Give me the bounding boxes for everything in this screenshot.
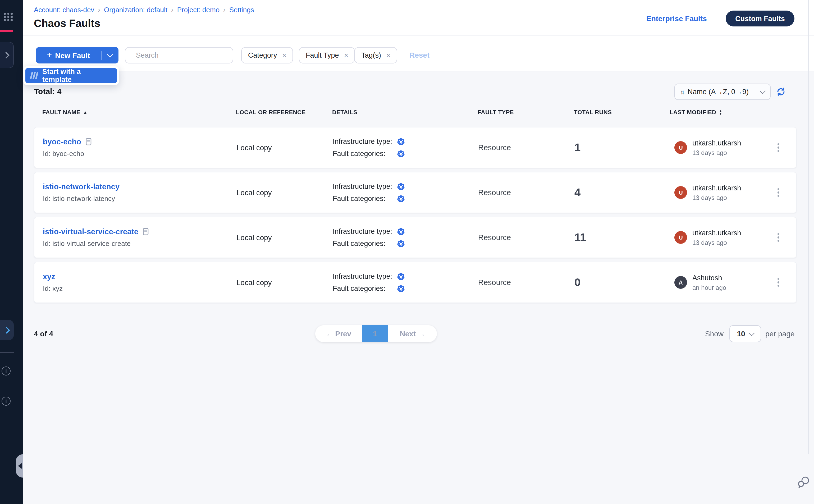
column-last-modified[interactable]: LAST MODIFIED ▲▼ [670, 109, 797, 115]
kubernetes-icon [397, 150, 405, 157]
kubernetes-icon [397, 138, 405, 145]
infrastructure-type-label: Infrastructure type: [333, 272, 397, 280]
infrastructure-type-label: Infrastructure type: [333, 138, 397, 145]
fault-name-link[interactable]: xyz [43, 272, 55, 281]
app-grid-icon[interactable] [4, 13, 13, 21]
custom-faults-button[interactable]: Custom Faults [726, 11, 794, 26]
sort-asc-icon: ▲ [83, 110, 87, 114]
info-icon[interactable]: i [2, 397, 11, 406]
column-details: DETAILS [332, 109, 478, 115]
menu-item-label: Start with a template [42, 68, 112, 84]
total-count: Total: 4 [34, 87, 61, 96]
row-menu-button[interactable] [775, 276, 781, 289]
modified-time: an hour ago [692, 284, 726, 291]
avatar: U [674, 231, 687, 244]
column-fault-type: FAULT TYPE [478, 109, 574, 115]
breadcrumb-project[interactable]: Project: demo [177, 6, 219, 14]
chip-label: Fault Type [306, 51, 339, 59]
chaos-faults-page: i i Account: chaos-dev › Organization: d… [0, 0, 814, 504]
reset-filters-link[interactable]: Reset [409, 51, 429, 59]
filter-chip-tags[interactable]: Tag(s) × [354, 47, 397, 63]
close-icon[interactable]: × [344, 51, 348, 59]
breadcrumb-account[interactable]: Account: chaos-dev [34, 6, 94, 14]
chevron-right-icon [3, 52, 9, 58]
new-fault-dropdown-toggle[interactable] [102, 54, 118, 57]
fault-name-link[interactable]: istio-virtual-service-create [43, 227, 138, 236]
nav-expand-button-bottom[interactable] [0, 320, 14, 340]
modified-time: 13 days ago [692, 194, 741, 201]
page-size-select[interactable]: 10 [729, 325, 761, 342]
avatar: U [674, 141, 687, 154]
fault-type: Resource [478, 188, 574, 197]
infrastructure-type-label: Infrastructure type: [333, 227, 397, 235]
refresh-button[interactable] [776, 87, 785, 96]
kubernetes-icon [397, 240, 405, 247]
prev-page-button[interactable]: ← Prev [315, 325, 362, 342]
fault-name-link[interactable]: byoc-echo [43, 138, 81, 146]
kubernetes-icon [397, 273, 405, 280]
row-menu-button[interactable] [775, 231, 781, 244]
local-or-reference: Local copy [236, 278, 333, 287]
column-label: LAST MODIFIED [670, 109, 716, 115]
avatar: A [674, 276, 687, 289]
info-icon[interactable]: i [2, 366, 11, 375]
menu-item-start-with-template[interactable]: Start with a template [25, 68, 117, 83]
fault-categories-label: Fault categories: [333, 285, 397, 292]
table-row[interactable]: istio-network-latency Id: istio-network-… [34, 172, 797, 213]
modified-by-user: utkarsh.utkarsh [692, 139, 741, 147]
sort-arrows-icon: ↑↓ [680, 88, 683, 95]
fault-id: Id: byoc-echo [43, 150, 236, 158]
close-icon[interactable]: × [282, 51, 286, 59]
breadcrumb-settings[interactable]: Settings [229, 6, 254, 14]
column-label: DETAILS [332, 109, 357, 115]
chat-support-icon[interactable] [797, 475, 811, 490]
search-input[interactable] [135, 51, 231, 60]
kubernetes-icon [397, 285, 405, 292]
fault-id: Id: xyz [43, 285, 236, 292]
page-number-active[interactable]: 1 [362, 325, 388, 342]
chevron-down-icon [748, 330, 754, 336]
copy-icon[interactable] [85, 138, 91, 145]
total-runs: 4 [574, 186, 670, 199]
new-fault-button[interactable]: + New Fault [36, 47, 118, 63]
chip-label: Category [248, 51, 277, 59]
sort-select[interactable]: ↑↓ Name (A→Z, 0→9) [674, 84, 771, 100]
close-icon[interactable]: × [386, 51, 390, 59]
next-page-button[interactable]: Next → [388, 325, 437, 342]
result-count: 4 of 4 [34, 329, 53, 338]
row-menu-button[interactable] [775, 141, 781, 154]
total-runs: 11 [574, 231, 670, 244]
chevron-down-icon [760, 88, 766, 94]
fault-categories-label: Fault categories: [333, 150, 397, 158]
fault-type: Resource [478, 278, 574, 287]
sort-select-value: Name (A→Z, 0→9) [688, 88, 749, 96]
page-title: Chaos Faults [34, 17, 100, 30]
column-fault-name[interactable]: FAULT NAME ▲ [42, 109, 236, 115]
column-total-runs: TOTAL RUNS [574, 109, 670, 115]
table-row[interactable]: xyz Id: xyz Local copy Infrastructure ty… [34, 262, 797, 303]
local-or-reference: Local copy [236, 233, 333, 242]
enterprise-faults-link[interactable]: Enterprise Faults [646, 14, 707, 23]
breadcrumb-organization[interactable]: Organization: default [104, 6, 167, 14]
widget-edge-divider [793, 454, 793, 504]
modified-by-user: utkarsh.utkarsh [692, 229, 741, 237]
fault-categories-label: Fault categories: [333, 240, 397, 248]
fault-name-link[interactable]: istio-network-latency [43, 182, 120, 191]
copy-icon[interactable] [143, 228, 148, 235]
nav-expand-button-top[interactable] [0, 42, 14, 68]
table-row[interactable]: byoc-echo Id: byoc-echo Local copy Infra… [34, 127, 797, 168]
modified-time: 13 days ago [692, 239, 741, 246]
breadcrumb-separator: › [171, 6, 173, 14]
kubernetes-icon [397, 228, 405, 235]
fault-type: Resource [478, 233, 574, 242]
left-nav-rail: i i [0, 0, 23, 504]
new-fault-label: New Fault [55, 51, 90, 59]
table-row[interactable]: istio-virtual-service-create Id: istio-v… [34, 217, 797, 258]
filter-chip-fault-type[interactable]: Fault Type × [299, 47, 355, 63]
local-or-reference: Local copy [236, 188, 333, 197]
pagination: ← Prev 1 Next → [315, 325, 437, 342]
row-menu-button[interactable] [775, 186, 781, 199]
column-label: LOCAL OR REFERENCE [236, 109, 306, 115]
modified-by-user: Ashutosh [692, 274, 726, 282]
filter-chip-category[interactable]: Category × [241, 47, 293, 63]
